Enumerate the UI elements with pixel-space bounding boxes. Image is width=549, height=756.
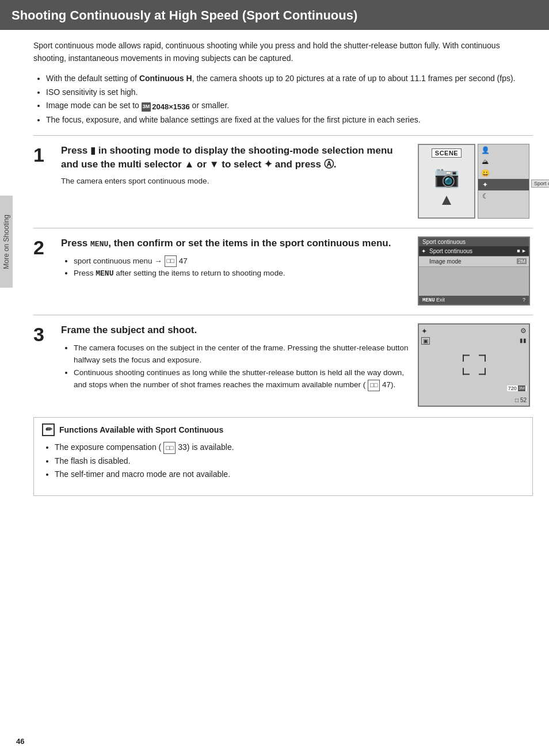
step-3-bullets: The camera focuses on the subject in the… <box>61 342 412 391</box>
intro-bullet-4: The focus, exposure, and white balance s… <box>46 113 533 127</box>
intro-bullet-list: With the default setting of Continuous H… <box>33 72 533 127</box>
mode-menu-panel: 👤 ⛰ 😀 ✦ Sport continuous ☾ <box>478 144 529 219</box>
menu-item-sport: ✦ Sport continuous <box>478 179 529 190</box>
svg-marker-0 <box>442 196 451 205</box>
step-3-bullet-2: Continuous shooting continues as long wh… <box>74 366 412 391</box>
viewfinder: ✦ ⚙ ▣ ▮▮ 720 3M <box>418 323 530 407</box>
menu-screen-footer: MENU Exit ? <box>419 296 529 304</box>
menu-item-night: ☾ <box>478 190 529 202</box>
sport-row-value: ■ ► <box>517 248 527 254</box>
vf-bottom-right: 720 3M <box>507 385 527 392</box>
intro-bullet-2: ISO sensitivity is set high. <box>46 86 533 100</box>
vf-image-icon: ▣ <box>421 337 430 345</box>
vf-mode-info: 720 3M <box>507 385 527 391</box>
sport-row-icon: ✦ <box>421 248 429 254</box>
vf-battery-icon: ▮▮ <box>520 337 527 343</box>
vf-frame-icon: □ <box>515 397 518 403</box>
step-2-menu-screen: Sport continuous ✦ Sport continuous ■ ► … <box>418 236 530 306</box>
step-1-content: Press ▮ in shooting mode to display the … <box>56 144 418 188</box>
intro-paragraph: Sport continuous mode allows rapid, cont… <box>33 39 533 65</box>
ref-box-47-1: □□ <box>165 255 177 267</box>
side-tab: More on Shooting <box>0 196 13 288</box>
menu-empty-area <box>419 267 529 296</box>
note-bullets: The exposure compensation ( □□ 33) is av… <box>42 441 524 482</box>
step-1-title: Press ▮ in shooting mode to display the … <box>61 144 412 171</box>
or-text: or <box>197 159 207 170</box>
step-1-camera-screen: SCENE 📷 👤 ⛰ <box>418 144 533 219</box>
step-2-title: Press MENU, then confirm or set the item… <box>61 236 412 250</box>
continuous-h-label: Continuous H <box>139 74 192 83</box>
footer-help: ? <box>523 297 525 303</box>
bracket-tl <box>463 355 470 362</box>
scene-label: SCENE <box>432 148 462 158</box>
sport-icon: ✦ <box>481 180 490 189</box>
step-2-bullet-1: sport continuous menu → □□ 47 <box>74 255 412 268</box>
page-number: 46 <box>16 737 24 746</box>
step-3-number: 3 <box>33 324 56 344</box>
menu-row-image: Image mode 2M <box>419 257 529 267</box>
step-1-note: The camera enters sport continuous mode. <box>61 175 412 187</box>
image-row-label: Image mode <box>429 258 517 265</box>
image-mode-icon: 3M 2048×1536 <box>142 101 190 113</box>
note-bullet-1: The exposure compensation ( □□ 33) is av… <box>55 441 524 455</box>
vf-frame-count: □ 52 <box>515 397 527 403</box>
step-3-content: Frame the subject and shoot. The camera … <box>56 323 418 391</box>
menu-item-landscape: ⛰ <box>478 156 529 167</box>
intro-bullet-3: Image mode can be set to 3M 2048×1536 or… <box>46 99 533 113</box>
intro-bullet-1: With the default setting of Continuous H… <box>46 72 533 86</box>
menu-text-exit: MENU <box>422 297 435 303</box>
vf-sport-icon: ✦ <box>421 327 428 335</box>
focus-brackets <box>463 355 486 375</box>
menu-item-portrait: 👤 <box>478 144 529 156</box>
note-bullet-3: The self-timer and macro mode are not av… <box>55 468 524 482</box>
note-box: ✏ Functions Available with Sport Continu… <box>33 417 533 496</box>
side-tab-label: More on Shooting <box>2 215 10 269</box>
note-icon: ✏ <box>42 423 55 436</box>
step-3-section: 3 Frame the subject and shoot. The camer… <box>33 315 533 407</box>
sport-row-label: Sport continuous <box>429 248 517 254</box>
scene-panel: SCENE 📷 <box>418 144 475 219</box>
image-mode-res: 2048×1536 <box>152 101 189 113</box>
menu-text-2: MENU <box>90 240 108 249</box>
bracket-bl <box>463 368 470 375</box>
night-icon: ☾ <box>481 192 490 201</box>
menu-row-sport: ✦ Sport continuous ■ ► <box>419 246 529 257</box>
menu-text-2b: MENU <box>96 269 113 278</box>
step-3-bullet-1: The camera focuses on the subject in the… <box>74 342 412 366</box>
portrait-icon: 👤 <box>481 146 490 155</box>
ref-box-47-2: □□ <box>368 380 380 391</box>
step-2-content: Press MENU, then confirm or set the item… <box>56 236 418 280</box>
note-bullet-2: The flash is disabled. <box>55 455 524 468</box>
vf-settings-icon: ⚙ <box>520 327 527 335</box>
step-3-image: ✦ ⚙ ▣ ▮▮ 720 3M <box>418 323 533 407</box>
party-icon: 😀 <box>481 169 490 178</box>
step-1-image: SCENE 📷 👤 ⛰ <box>418 144 533 219</box>
vf-mode-720: 720 <box>508 385 517 391</box>
step-2-bullet-2: Press MENU after setting the items to re… <box>74 267 412 280</box>
step-3-title: Frame the subject and shoot. <box>61 323 412 337</box>
note-title: Functions Available with Sport Continuou… <box>59 425 223 434</box>
ref-box-33: □□ <box>163 442 176 454</box>
step-2-number: 2 <box>33 238 56 257</box>
step-1-section: 1 Press ▮ in shooting mode to display th… <box>33 135 533 219</box>
step-1-number: 1 <box>33 145 56 165</box>
note-header: ✏ Functions Available with Sport Continu… <box>42 423 524 436</box>
bracket-br <box>479 368 486 375</box>
vf-mode-3m: 3M <box>518 385 525 391</box>
mode-badge: 3M <box>142 102 151 111</box>
sport-continuous-tooltip: Sport continuous <box>531 180 549 188</box>
vf-frame-number: 52 <box>520 397 527 403</box>
image-row-value: 2M <box>517 258 527 264</box>
bracket-tr <box>479 355 486 362</box>
footer-exit-label: MENU Exit <box>422 297 445 303</box>
menu-item-party: 😀 <box>478 167 529 179</box>
main-content: Sport continuous mode allows rapid, cont… <box>17 30 549 511</box>
step-2-section: 2 Press MENU, then confirm or set the it… <box>33 228 533 306</box>
page-title: Shooting Continuously at High Speed (Spo… <box>12 8 537 23</box>
step-2-bullets: sport continuous menu → □□ 47 Press MENU… <box>61 255 412 280</box>
menu-screen-header: Sport continuous <box>419 238 529 246</box>
camera-mode-icon: 📷 <box>434 165 460 189</box>
landscape-icon: ⛰ <box>481 157 490 166</box>
step-2-image: Sport continuous ✦ Sport continuous ■ ► … <box>418 236 533 306</box>
page-header: Shooting Continuously at High Speed (Spo… <box>0 0 549 30</box>
